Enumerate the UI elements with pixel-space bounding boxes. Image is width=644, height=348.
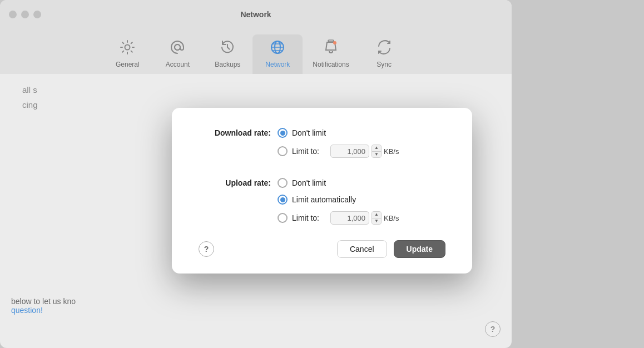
svg-point-5 — [333, 41, 336, 44]
traffic-lights — [9, 11, 41, 18]
dl-stepper-down[interactable]: ▼ — [372, 152, 381, 158]
ul-limit-auto-radio[interactable] — [278, 195, 288, 205]
tab-sync[interactable]: Sync — [359, 34, 409, 74]
gear-icon — [119, 39, 136, 58]
bg-text-1: all s — [22, 85, 489, 95]
upload-rate-row-3: Limit to: ▲ ▼ KB/s — [199, 211, 445, 225]
window-title: Network — [240, 10, 271, 19]
ul-stepper[interactable]: ▲ ▼ — [371, 211, 382, 225]
tab-backups-label: Backups — [215, 61, 240, 68]
svg-rect-4 — [328, 40, 334, 42]
toolbar: General Account Backups — [0, 29, 512, 74]
close-light — [9, 11, 17, 18]
bg-bottom-text: below to let us kno — [11, 297, 76, 306]
minimize-light — [21, 11, 29, 18]
bell-icon — [323, 39, 339, 58]
section-separator — [199, 169, 445, 178]
tab-notifications[interactable]: Notifications — [303, 34, 359, 74]
dl-dont-limit-label: Don't limit — [292, 128, 326, 137]
ul-stepper-down[interactable]: ▼ — [372, 218, 381, 225]
ul-number-input[interactable] — [330, 211, 369, 225]
ul-dont-limit-label: Don't limit — [292, 178, 326, 187]
tab-account-label: Account — [166, 61, 190, 68]
ul-limit-auto-option[interactable]: Limit automatically — [278, 195, 356, 205]
dl-stepper-up[interactable]: ▲ — [372, 145, 381, 152]
ul-limit-auto-label: Limit automatically — [292, 195, 356, 204]
bg-link[interactable]: question! — [11, 306, 76, 315]
ul-number-group: ▲ ▼ KB/s — [330, 211, 399, 225]
ul-limit-to-radio[interactable] — [278, 213, 288, 223]
download-rate-label: Download rate: — [199, 128, 271, 137]
tab-general[interactable]: General — [102, 34, 152, 74]
download-rate-row-2: Limit to: ▲ ▼ KB/s — [199, 145, 445, 158]
dl-stepper[interactable]: ▲ ▼ — [371, 145, 382, 158]
modal-help-button[interactable]: ? — [199, 241, 214, 257]
ul-unit: KB/s — [384, 214, 399, 222]
titlebar: Network — [0, 0, 512, 29]
download-rate-row-1: Download rate: Don't limit — [199, 128, 445, 138]
tab-network-label: Network — [265, 61, 290, 68]
dl-number-group: ▲ ▼ KB/s — [330, 145, 399, 158]
tab-general-label: General — [116, 61, 140, 68]
upload-rate-label: Upload rate: — [199, 178, 271, 187]
tab-network[interactable]: Network — [252, 34, 303, 74]
svg-point-0 — [125, 45, 130, 50]
tab-notifications-label: Notifications — [313, 61, 349, 68]
dl-number-input[interactable] — [330, 145, 369, 158]
modal-footer: ? Cancel Update — [199, 240, 445, 258]
dl-dont-limit-option[interactable]: Don't limit — [278, 128, 326, 138]
upload-rate-section: Upload rate: Don't limit Limit automatic… — [199, 178, 445, 225]
dl-limit-to-label: Limit to: — [292, 147, 319, 156]
tab-account[interactable]: Account — [152, 34, 202, 74]
at-icon — [169, 39, 186, 58]
tab-sync-label: Sync — [377, 61, 392, 68]
dl-limit-to-radio[interactable] — [278, 146, 288, 156]
ul-limit-to-option[interactable]: Limit to: — [278, 213, 319, 223]
globe-icon — [269, 39, 286, 58]
history-icon — [219, 39, 236, 58]
upload-rate-row-1: Upload rate: Don't limit — [199, 178, 445, 188]
ul-limit-to-label: Limit to: — [292, 213, 319, 222]
upload-rate-row-2: Limit automatically — [199, 195, 445, 205]
ul-dont-limit-option[interactable]: Don't limit — [278, 178, 326, 188]
modal-dialog: Download rate: Don't limit Limit to: ▲ — [172, 108, 472, 274]
dl-limit-to-option[interactable]: Limit to: — [278, 146, 319, 156]
ul-stepper-up[interactable]: ▲ — [372, 212, 381, 218]
download-rate-section: Download rate: Don't limit Limit to: ▲ — [199, 128, 445, 158]
update-button[interactable]: Update — [394, 240, 445, 258]
zoom-light — [33, 11, 41, 18]
cancel-button[interactable]: Cancel — [337, 240, 387, 258]
dl-dont-limit-radio[interactable] — [278, 128, 288, 138]
sync-icon — [376, 39, 393, 58]
bg-help-button[interactable]: ? — [485, 321, 501, 337]
dl-unit: KB/s — [384, 147, 399, 156]
tab-backups[interactable]: Backups — [202, 34, 252, 74]
ul-dont-limit-radio[interactable] — [278, 178, 288, 188]
